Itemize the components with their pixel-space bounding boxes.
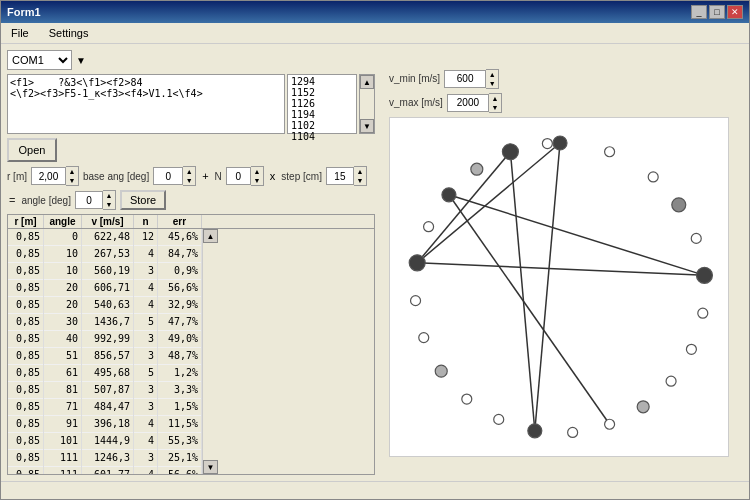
table-scroll-down[interactable]: ▼ — [203, 460, 218, 474]
r-input[interactable] — [31, 167, 66, 185]
svg-point-23 — [419, 332, 429, 342]
svg-point-16 — [637, 400, 649, 412]
svg-point-30 — [542, 138, 552, 148]
base-ang-spin-up[interactable]: ▲ — [183, 167, 195, 176]
cell-n-3: 4 — [134, 280, 157, 297]
maximize-button[interactable]: □ — [709, 5, 725, 19]
open-button[interactable]: Open — [7, 138, 57, 162]
svg-point-27 — [442, 187, 456, 201]
r-spin-up[interactable]: ▲ — [66, 167, 78, 176]
svg-point-26 — [424, 221, 434, 231]
cell-angle-12: 101 — [44, 433, 81, 450]
svg-line-4 — [417, 143, 560, 263]
base-ang-input[interactable] — [153, 167, 183, 185]
cell-err-2: 0,9% — [158, 263, 201, 280]
n-spin-up[interactable]: ▲ — [251, 167, 263, 176]
n-spin-down[interactable]: ▼ — [251, 176, 263, 185]
scroll-up-btn[interactable]: ▲ — [360, 75, 374, 89]
cell-angle-3: 20 — [44, 280, 81, 297]
svg-point-8 — [605, 146, 615, 156]
table-scroll-up[interactable]: ▲ — [203, 229, 218, 243]
cell-angle-11: 91 — [44, 416, 81, 433]
store-button[interactable]: Store — [120, 190, 166, 210]
window-controls: _ □ ✕ — [691, 5, 743, 19]
base-ang-spin-down[interactable]: ▼ — [183, 176, 195, 185]
table-scrollbar: ▲ ▼ — [202, 229, 218, 474]
cell-n-8: 5 — [134, 365, 157, 382]
menu-settings[interactable]: Settings — [43, 25, 95, 41]
step-spin-up[interactable]: ▲ — [354, 167, 366, 176]
cell-v-3: 606,71 — [82, 280, 133, 297]
angle-spin-up[interactable]: ▲ — [103, 191, 115, 200]
vmin-row: v_min [m/s] ▲ ▼ — [389, 69, 499, 89]
vmin-input[interactable] — [444, 70, 486, 88]
cell-v-14: 601,77 — [82, 467, 133, 474]
svg-point-18 — [568, 427, 578, 437]
scroll-down-btn[interactable]: ▼ — [360, 119, 374, 133]
serial-textarea[interactable]: <f1> ?&3<\f1><f2>84 <\f2><f3>F5-1_к<f3><… — [7, 74, 285, 134]
cell-angle-10: 71 — [44, 399, 81, 416]
table-header: r [m] angle v [m/s] n err — [8, 215, 374, 229]
vmax-row: v_max [m/s] ▲ ▼ — [389, 93, 502, 113]
base-ang-spinbox: ▲ ▼ — [153, 166, 196, 186]
step-input[interactable] — [326, 167, 354, 185]
svg-point-14 — [686, 344, 696, 354]
vmax-spinbox: ▲ ▼ — [447, 93, 502, 113]
cell-angle-8: 61 — [44, 365, 81, 382]
cell-err-8: 1,2% — [158, 365, 201, 382]
cell-v-10: 484,47 — [82, 399, 133, 416]
status-bar — [1, 481, 749, 499]
open-button-row: Open — [7, 138, 375, 162]
cell-angle-2: 10 — [44, 263, 81, 280]
cell-n-7: 3 — [134, 348, 157, 365]
step-label: step [cm] — [281, 171, 322, 182]
hex-value-4: 1102 — [289, 120, 355, 131]
data-table: r [m] angle v [m/s] n err 0,85 0,85 0,85 — [7, 214, 375, 475]
step-spin-down[interactable]: ▼ — [354, 176, 366, 185]
angle-spin-down[interactable]: ▼ — [103, 200, 115, 209]
svg-point-25 — [409, 254, 425, 270]
svg-point-29 — [502, 143, 518, 159]
cell-err-12: 55,3% — [158, 433, 201, 450]
vmin-spin-up[interactable]: ▲ — [486, 70, 498, 79]
angle-input[interactable] — [75, 191, 103, 209]
svg-point-9 — [648, 171, 658, 181]
cell-r-12: 0,85 — [8, 433, 43, 450]
cell-n-1: 4 — [134, 246, 157, 263]
cell-r-3: 0,85 — [8, 280, 43, 297]
table-body: 0,85 0,85 0,85 0,85 0,85 0,85 0,85 0,85 … — [8, 229, 374, 474]
cell-err-1: 84,7% — [158, 246, 201, 263]
vmax-spin-up[interactable]: ▲ — [489, 94, 501, 103]
cell-r-6: 0,85 — [8, 331, 43, 348]
main-content: COM1 COM2 COM3 ▼ <f1> ?&3<\f1><f2>84 <\f… — [1, 44, 749, 481]
vmin-spin-down[interactable]: ▼ — [486, 79, 498, 88]
svg-point-22 — [435, 365, 447, 377]
cell-n-5: 5 — [134, 314, 157, 331]
r-spin-down[interactable]: ▼ — [66, 176, 78, 185]
cell-n-13: 3 — [134, 450, 157, 467]
col-n: 12 4 3 4 4 5 3 3 5 3 3 4 — [134, 229, 158, 474]
minimize-button[interactable]: _ — [691, 5, 707, 19]
close-button[interactable]: ✕ — [727, 5, 743, 19]
serial-area: <f1> ?&3<\f1><f2>84 <\f2><f3>F5-1_к<f3><… — [7, 74, 375, 134]
menu-file[interactable]: File — [5, 25, 35, 41]
cell-n-4: 4 — [134, 297, 157, 314]
window-title: Form1 — [7, 6, 41, 18]
vmax-spin-down[interactable]: ▼ — [489, 103, 501, 112]
n-input[interactable] — [226, 167, 251, 185]
cell-err-7: 48,7% — [158, 348, 201, 365]
svg-line-3 — [449, 194, 705, 275]
th-r: r [m] — [8, 215, 44, 228]
vmax-input[interactable] — [447, 94, 489, 112]
svg-point-21 — [462, 394, 472, 404]
cell-v-7: 856,57 — [82, 348, 133, 365]
vmin-spinbox: ▲ ▼ — [444, 69, 499, 89]
cell-r-5: 0,85 — [8, 314, 43, 331]
vmin-label: v_min [m/s] — [389, 73, 440, 84]
angle-label: angle [deg] — [21, 195, 71, 206]
cell-err-6: 49,0% — [158, 331, 201, 348]
th-v: v [m/s] — [82, 215, 134, 228]
th-angle: angle — [44, 215, 82, 228]
com-select[interactable]: COM1 COM2 COM3 — [7, 50, 72, 70]
cell-n-11: 4 — [134, 416, 157, 433]
